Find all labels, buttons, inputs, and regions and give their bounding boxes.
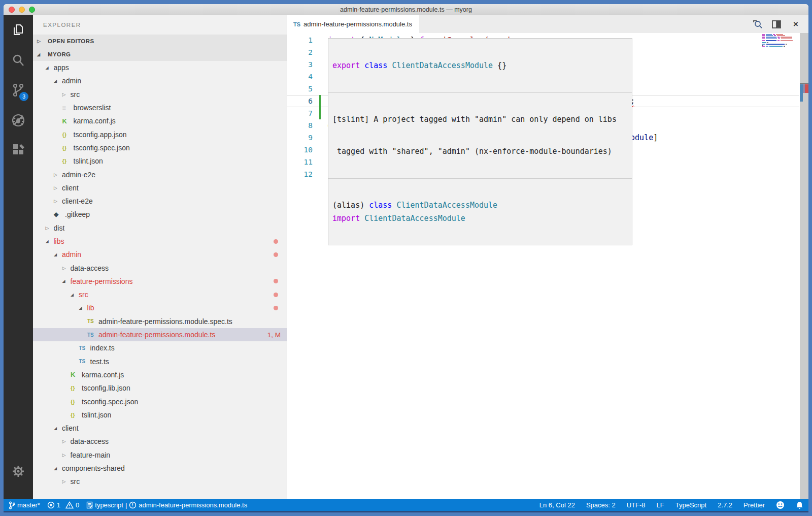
chevron-down-icon: ◢ bbox=[46, 66, 54, 70]
chevron-down-icon: ◢ bbox=[54, 466, 62, 471]
search-icon[interactable] bbox=[4, 45, 33, 75]
tree-item-label: admin-feature-permissions.module.spec.ts bbox=[98, 317, 232, 326]
tree-item-index.ts[interactable]: TSindex.ts bbox=[33, 341, 287, 354]
tree-item-admin-e2e[interactable]: ▷admin-e2e bbox=[33, 168, 287, 181]
tree-item-label: admin-e2e bbox=[62, 171, 95, 179]
tree-item-karma.conf.js[interactable]: Kkarma.conf.js bbox=[33, 368, 287, 381]
file-tree: ◢apps◢admin▷src≡browserslistKkarma.conf.… bbox=[33, 61, 287, 499]
tree-item-label: client-e2e bbox=[62, 197, 93, 205]
close-window-button[interactable] bbox=[9, 7, 15, 13]
maximize-window-button[interactable] bbox=[29, 7, 35, 13]
hover-tooltip: export class ClientDataAccessModule {} [… bbox=[328, 38, 632, 245]
tree-item-data-access[interactable]: ▷data-access bbox=[33, 261, 287, 274]
tslint-status[interactable]: typescript | admin-feature-permissions.m… bbox=[86, 501, 247, 509]
tree-item-data-access[interactable]: ▷data-access bbox=[33, 435, 287, 448]
tree-item-label: admin bbox=[62, 77, 81, 85]
status-item-typescript[interactable]: TypeScript bbox=[675, 501, 706, 509]
tree-item-apps[interactable]: ◢apps bbox=[33, 61, 287, 74]
traffic-lights[interactable] bbox=[9, 7, 35, 13]
scm-badge: 3 bbox=[19, 92, 28, 101]
overview-ruler[interactable] bbox=[800, 33, 808, 499]
tree-item-client[interactable]: ◢client bbox=[33, 422, 287, 435]
ts-file-icon: TS bbox=[293, 21, 300, 27]
tree-item-admin-feature-permissions.module.ts[interactable]: TSadmin-feature-permissions.module.ts1, … bbox=[33, 328, 287, 341]
chevron-down-icon: ◢ bbox=[54, 79, 62, 83]
tree-item-admin[interactable]: ◢admin bbox=[33, 74, 287, 87]
chevron-right-icon: ▷ bbox=[62, 479, 71, 484]
tree-item-label: tsconfig.spec.json bbox=[74, 144, 130, 152]
chevron-right-icon: ▷ bbox=[54, 199, 62, 204]
find-in-file-icon[interactable] bbox=[752, 19, 763, 30]
tree-item-src[interactable]: ▷src bbox=[33, 88, 287, 101]
tree-item-tsconfig.spec.json[interactable]: {}tsconfig.spec.json bbox=[33, 141, 287, 154]
tree-item-.gitkeep[interactable]: ◆.gitkeep bbox=[33, 208, 287, 221]
code-area[interactable]: 1import { NgModule } from '@angular/core… bbox=[287, 33, 808, 499]
chevron-down-icon: ◢ bbox=[46, 239, 54, 244]
tree-item-admin[interactable]: ◢admin bbox=[33, 248, 287, 261]
tree-item-tsconfig.spec.json[interactable]: {}tsconfig.spec.json bbox=[33, 395, 287, 408]
modified-gutter-bar bbox=[319, 107, 321, 119]
tree-item-client-e2e[interactable]: ▷client-e2e bbox=[33, 195, 287, 208]
editor-group: TS admin-feature-permissions.module.ts × bbox=[287, 15, 808, 499]
status-item-utf-8[interactable]: UTF-8 bbox=[627, 501, 646, 509]
split-editor-icon[interactable] bbox=[771, 19, 782, 30]
debug-icon[interactable] bbox=[4, 105, 33, 135]
overview-error-mark bbox=[805, 84, 808, 93]
chevron-right-icon: ▷ bbox=[54, 185, 62, 190]
status-item-ln-6-col-22[interactable]: Ln 6, Col 22 bbox=[539, 501, 575, 509]
git-branch-status[interactable]: master* bbox=[9, 501, 40, 509]
modified-gutter-bar bbox=[319, 95, 321, 107]
tree-item-tsconfig.lib.json[interactable]: {}tsconfig.lib.json bbox=[33, 381, 287, 395]
tree-item-test.ts[interactable]: TStest.ts bbox=[33, 355, 287, 368]
section-myorg[interactable]: ◢ MYORG bbox=[33, 48, 287, 61]
tree-item-dist[interactable]: ▷dist bbox=[33, 221, 287, 235]
status-item-prettier[interactable]: Prettier bbox=[743, 501, 765, 509]
status-item-spaces-2[interactable]: Spaces: 2 bbox=[586, 501, 616, 509]
chevron-down-icon: ◢ bbox=[54, 426, 62, 431]
tree-item-label: src bbox=[71, 90, 80, 99]
json-file-icon: {} bbox=[62, 145, 74, 151]
json-file-icon: {} bbox=[71, 412, 82, 418]
feedback-smiley-icon[interactable] bbox=[776, 501, 785, 509]
notifications-bell-icon[interactable] bbox=[796, 501, 803, 509]
tree-item-label: browserslist bbox=[74, 104, 111, 112]
minimap[interactable] bbox=[762, 34, 794, 48]
tree-item-browserslist[interactable]: ≡browserslist bbox=[33, 101, 287, 114]
tree-item-tslint.json[interactable]: {}tslint.json bbox=[33, 154, 287, 168]
tree-item-client[interactable]: ▷client bbox=[33, 181, 287, 195]
tree-item-label: data-access bbox=[71, 437, 109, 445]
tree-item-components-shared[interactable]: ◢components-shared bbox=[33, 462, 287, 475]
gutter bbox=[313, 46, 328, 58]
tree-item-src[interactable]: ▷src bbox=[33, 475, 287, 488]
tree-item-libs[interactable]: ◢libs bbox=[33, 235, 287, 248]
section-open-editors[interactable]: ▷ OPEN EDITORS bbox=[33, 35, 287, 48]
tree-item-lib[interactable]: ◢lib bbox=[33, 301, 287, 314]
gutter bbox=[313, 144, 328, 156]
tree-item-tslint.json[interactable]: {}tslint.json bbox=[33, 408, 287, 422]
tree-item-feature-permissions[interactable]: ◢feature-permissions bbox=[33, 275, 287, 288]
settings-gear-icon[interactable] bbox=[4, 456, 33, 486]
extensions-icon[interactable] bbox=[4, 135, 33, 165]
tab-admin-feature-permissions[interactable]: TS admin-feature-permissions.module.ts bbox=[287, 15, 419, 33]
tree-item-karma.conf.js[interactable]: Kkarma.conf.js bbox=[33, 114, 287, 127]
problems-status[interactable]: 1 0 bbox=[47, 501, 79, 509]
tooltip-alias-line: (alias) class ClientDataAccessModule bbox=[332, 199, 628, 212]
status-item-lf[interactable]: LF bbox=[657, 501, 664, 509]
window-title: admin-feature-permissions.module.ts — my… bbox=[340, 6, 472, 13]
karma-file-icon: K bbox=[62, 117, 74, 125]
title-bar[interactable]: admin-feature-permissions.module.ts — my… bbox=[4, 4, 808, 15]
sidebar-title: EXPLORER bbox=[33, 15, 287, 35]
explorer-sidebar: EXPLORER ▷ OPEN EDITORS ◢ MYORG ◢apps◢ad… bbox=[33, 15, 287, 499]
gutter bbox=[313, 58, 328, 71]
minimize-window-button[interactable] bbox=[19, 7, 25, 13]
tree-item-admin-feature-permissions.module.spec.ts[interactable]: TSadmin-feature-permissions.module.spec.… bbox=[33, 315, 287, 328]
tree-item-src[interactable]: ◢src bbox=[33, 288, 287, 301]
json-file-icon: {} bbox=[71, 385, 82, 391]
close-icon[interactable]: × bbox=[790, 19, 801, 30]
status-item-2-7-2[interactable]: 2.7.2 bbox=[718, 501, 732, 509]
tree-item-tsconfig.app.json[interactable]: {}tsconfig.app.json bbox=[33, 127, 287, 141]
source-control-icon[interactable]: 3 bbox=[4, 75, 33, 105]
explorer-icon[interactable] bbox=[4, 15, 33, 45]
tree-item-label: client bbox=[62, 184, 79, 192]
tree-item-feature-main[interactable]: ▷feature-main bbox=[33, 448, 287, 462]
